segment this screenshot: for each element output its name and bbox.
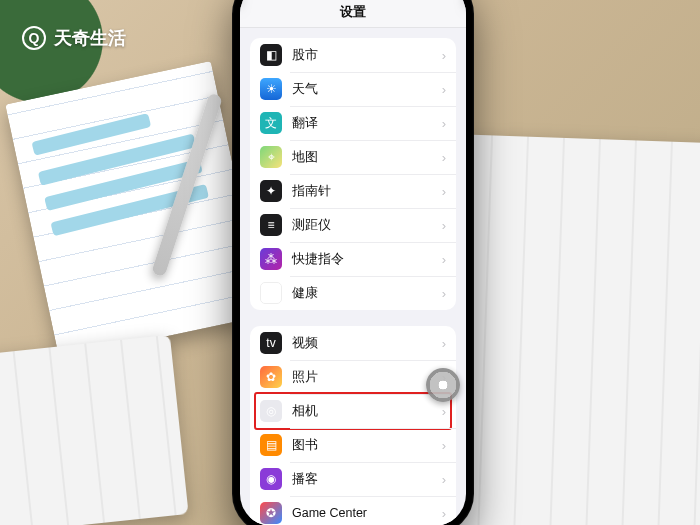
phone-screen: 设置 ◧ 股市 › ☀ 天气 › 文 翻译 [240, 0, 466, 525]
books-icon: ▤ [260, 434, 282, 456]
row-measure[interactable]: ≡ 测距仪 › [250, 208, 456, 242]
bg-keyboard [0, 335, 189, 525]
chevron-right-icon: › [442, 184, 446, 199]
chevron-right-icon: › [442, 116, 446, 131]
row-stocks[interactable]: ◧ 股市 › [250, 38, 456, 72]
row-compass[interactable]: ✦ 指南针 › [250, 174, 456, 208]
row-label: 快捷指令 [292, 251, 442, 268]
navbar: 设置 [240, 0, 466, 28]
row-label: 测距仪 [292, 217, 442, 234]
row-tv[interactable]: tv 视频 › [250, 326, 456, 360]
photos-icon: ✿ [260, 366, 282, 388]
translate-icon: 文 [260, 112, 282, 134]
assistive-touch-button[interactable] [426, 368, 460, 402]
chevron-right-icon: › [442, 438, 446, 453]
row-camera[interactable]: ◎ 相机 › [250, 394, 456, 428]
bg-keyboard [443, 134, 700, 525]
chevron-right-icon: › [442, 218, 446, 233]
watermark-icon: Q [22, 26, 46, 50]
chevron-right-icon: › [442, 48, 446, 63]
row-health[interactable]: ♥ 健康 › [250, 276, 456, 310]
page-title: 设置 [340, 3, 366, 21]
chevron-right-icon: › [442, 506, 446, 521]
settings-group: ◧ 股市 › ☀ 天气 › 文 翻译 › ⌖ [250, 38, 456, 310]
measure-icon: ≡ [260, 214, 282, 236]
row-label: 天气 [292, 81, 442, 98]
row-label: 股市 [292, 47, 442, 64]
row-maps[interactable]: ⌖ 地图 › [250, 140, 456, 174]
chevron-right-icon: › [442, 82, 446, 97]
watermark: Q 天奇生活 [22, 26, 126, 50]
chevron-right-icon: › [442, 150, 446, 165]
row-gamecenter[interactable]: ✪ Game Center › [250, 496, 456, 525]
row-weather[interactable]: ☀ 天气 › [250, 72, 456, 106]
phone-frame: 设置 ◧ 股市 › ☀ 天气 › 文 翻译 [232, 0, 474, 525]
row-label: 视频 [292, 335, 442, 352]
health-icon: ♥ [260, 282, 282, 304]
row-podcasts[interactable]: ◉ 播客 › [250, 462, 456, 496]
chevron-right-icon: › [442, 404, 446, 419]
appletv-icon: tv [260, 332, 282, 354]
row-label: 指南针 [292, 183, 442, 200]
row-label: 翻译 [292, 115, 442, 132]
chevron-right-icon: › [442, 252, 446, 267]
row-shortcuts[interactable]: ⁂ 快捷指令 › [250, 242, 456, 276]
maps-icon: ⌖ [260, 146, 282, 168]
row-label: 图书 [292, 437, 442, 454]
compass-icon: ✦ [260, 180, 282, 202]
settings-group: tv 视频 › ✿ 照片 › ◎ 相机 › [250, 326, 456, 525]
gamecenter-icon: ✪ [260, 502, 282, 524]
stocks-icon: ◧ [260, 44, 282, 66]
chevron-right-icon: › [442, 472, 446, 487]
row-label: 健康 [292, 285, 442, 302]
desk-background: Q 天奇生活 设置 ◧ 股市 › ☀ 天气 › [0, 0, 700, 525]
row-label: 播客 [292, 471, 442, 488]
row-label: Game Center [292, 506, 442, 520]
settings-list: ◧ 股市 › ☀ 天气 › 文 翻译 › ⌖ [240, 38, 466, 525]
podcasts-icon: ◉ [260, 468, 282, 490]
shortcuts-icon: ⁂ [260, 248, 282, 270]
row-translate[interactable]: 文 翻译 › [250, 106, 456, 140]
row-label: 照片 [292, 369, 442, 386]
camera-icon: ◎ [260, 400, 282, 422]
weather-icon: ☀ [260, 78, 282, 100]
chevron-right-icon: › [442, 336, 446, 351]
bg-notepad [5, 61, 264, 359]
watermark-text: 天奇生活 [54, 26, 126, 50]
row-books[interactable]: ▤ 图书 › [250, 428, 456, 462]
row-photos[interactable]: ✿ 照片 › [250, 360, 456, 394]
chevron-right-icon: › [442, 286, 446, 301]
row-label: 相机 [292, 403, 442, 420]
row-label: 地图 [292, 149, 442, 166]
